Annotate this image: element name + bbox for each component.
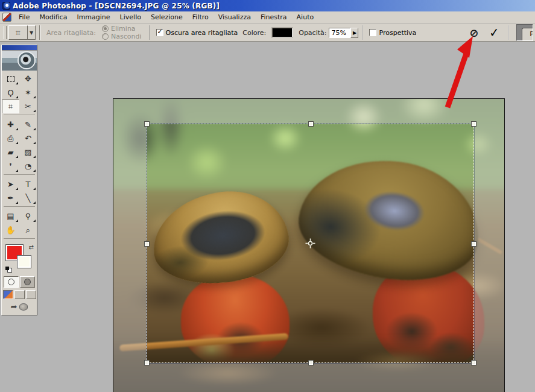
menu-visualizza[interactable]: Visualizza — [214, 12, 256, 22]
radio-elimina[interactable]: Elimina — [102, 25, 142, 33]
opacity-input[interactable] — [329, 28, 350, 38]
menu-aiuto[interactable]: Aiuto — [292, 12, 319, 22]
eraser-icon: ▰ — [8, 148, 14, 157]
crop-icon: ⌗ — [16, 28, 21, 38]
line-shape-icon: ╲ — [26, 194, 31, 203]
tool-eyedropper[interactable]: ⚲ — [19, 209, 37, 223]
tool-zoom[interactable]: ⌕ — [19, 223, 37, 237]
crop-handle-sw[interactable] — [144, 360, 150, 365]
crop-handle-e[interactable] — [471, 241, 476, 247]
separator — [39, 25, 40, 40]
tool-notes[interactable]: ▤ — [2, 209, 19, 223]
rectangular-marquee-icon — [7, 76, 14, 82]
tool-line-shape[interactable]: ╲ — [19, 191, 37, 205]
tool-crop[interactable]: ⌗ — [2, 100, 19, 113]
tool-type[interactable]: T — [19, 177, 37, 191]
background-color-swatch[interactable] — [17, 256, 31, 268]
toolbox-title-bar[interactable] — [2, 45, 37, 51]
tool-rectangular-marquee[interactable] — [2, 72, 19, 86]
crop-handle-nw[interactable] — [144, 121, 150, 127]
photoshop-window: Adobe Photoshop - [DSCN2694.JPG @ 25% (R… — [0, 0, 535, 392]
title-bar[interactable]: Adobe Photoshop - [DSCN2694.JPG @ 25% (R… — [0, 0, 535, 11]
hand-icon: ✋ — [5, 226, 15, 235]
tool-healing-brush[interactable]: ✚ — [2, 118, 19, 131]
brush-icon: ✎ — [25, 120, 31, 129]
menu-filtro[interactable]: Filtro — [188, 12, 214, 22]
tool-brush[interactable]: ✎ — [19, 118, 37, 131]
zoom-icon: ⌕ — [26, 226, 30, 235]
photoshop-app-icon — [2, 2, 10, 10]
tool-slice[interactable]: ✂ — [19, 100, 37, 113]
menu-selezione[interactable]: Selezione — [146, 12, 188, 22]
tool-pen[interactable]: ✒ — [2, 191, 19, 205]
tool-lasso[interactable]: Ϙ — [2, 86, 19, 100]
history-brush-icon: ↶ — [25, 134, 31, 143]
tool-blur[interactable]: ❜ — [2, 159, 19, 173]
menu-finestra[interactable]: Finestra — [256, 12, 292, 22]
opacity-dropdown-icon[interactable]: ▶ — [350, 28, 358, 38]
blur-icon: ❜ — [9, 162, 11, 171]
opacity-label: Opacità: — [299, 29, 326, 37]
menu-file[interactable]: File — [14, 12, 34, 22]
magic-wand-icon: ✶ — [25, 88, 31, 97]
standard-mode-button[interactable] — [4, 276, 19, 288]
crop-handle-se[interactable] — [471, 360, 476, 365]
tool-clone-stamp[interactable]: ⎙ — [2, 131, 19, 145]
tool-magic-wand[interactable]: ✶ — [19, 86, 37, 100]
swap-colors-icon[interactable]: ⇄ — [29, 244, 34, 250]
perspective-checkbox[interactable]: Prospettiva — [369, 29, 416, 37]
commit-crop-button[interactable]: ✓ — [489, 25, 500, 40]
crop-handle-ne[interactable] — [471, 121, 476, 127]
separator — [508, 25, 509, 40]
move-icon: ✥ — [25, 74, 31, 83]
quick-mask-mode-button[interactable] — [20, 276, 35, 288]
tool-gradient[interactable]: ▨ — [19, 145, 37, 159]
photoshop-eye-logo[interactable] — [2, 51, 37, 71]
path-selection-icon: ➤ — [7, 180, 14, 189]
crop-tool-preset-button[interactable]: ⌗ — [8, 25, 28, 40]
tool-move[interactable]: ✥ — [19, 72, 37, 86]
tool-group-separator — [4, 238, 35, 241]
fullscreen-mode-button[interactable] — [26, 290, 36, 299]
tool-preset-dropdown-icon[interactable]: ▼ — [28, 25, 36, 40]
options-bar-grip[interactable] — [4, 26, 7, 39]
pen-icon: ✒ — [7, 194, 14, 203]
crop-shield-left — [113, 124, 147, 363]
fullscreen-with-menu-button[interactable] — [14, 290, 25, 299]
tool-hand[interactable]: ✋ — [2, 223, 19, 237]
palette-well: PennelliLive — [516, 24, 533, 41]
tool-history-brush[interactable]: ↶ — [19, 131, 37, 145]
shield-checkbox-box[interactable] — [156, 29, 163, 36]
opacity-field: ▶ — [329, 28, 358, 38]
crop-handle-w[interactable] — [144, 241, 150, 247]
document-icon — [2, 13, 11, 22]
screen-mode-buttons — [2, 290, 37, 299]
crop-options-bar: ⌗ ▼ Area ritagliata: Elimina Nascondi Os… — [0, 24, 535, 42]
cancel-crop-button[interactable]: ⊘ — [469, 27, 478, 39]
menu-modifica[interactable]: Modifica — [34, 12, 72, 22]
default-colors-icon[interactable] — [5, 267, 12, 273]
cropped-area-label: Area ritagliata: — [46, 29, 96, 37]
imageready-icon — [19, 303, 28, 311]
crop-center-target-icon[interactable] — [305, 238, 315, 248]
document-canvas[interactable] — [113, 98, 505, 392]
standard-screen-mode-button[interactable] — [3, 290, 13, 299]
tool-path-selection[interactable]: ➤ — [2, 177, 19, 191]
menu-livello[interactable]: Livello — [115, 12, 146, 22]
palette-tab-pennelli[interactable]: Pennelli — [522, 28, 533, 40]
crop-handle-s[interactable] — [308, 360, 314, 365]
jump-to-imageready[interactable]: ➦ — [2, 302, 37, 311]
jump-arrow-icon: ➦ — [11, 302, 17, 311]
radio-nascondi[interactable]: Nascondi — [102, 33, 142, 40]
shield-checkbox-label: Oscura area ritagliata — [166, 29, 238, 37]
shield-color-swatch[interactable] — [272, 28, 293, 37]
tool-dodge[interactable]: ◔ — [19, 159, 37, 173]
healing-brush-icon: ✚ — [7, 120, 14, 129]
shield-checkbox[interactable]: Oscura area ritagliata — [156, 29, 238, 37]
perspective-checkbox-box[interactable] — [369, 29, 376, 36]
menu-immagine[interactable]: Immagine — [72, 12, 115, 22]
separator — [362, 25, 363, 40]
crop-handle-n[interactable] — [308, 121, 314, 127]
tool-eraser[interactable]: ▰ — [2, 145, 19, 159]
window-title: Adobe Photoshop - [DSCN2694.JPG @ 25% (R… — [13, 2, 220, 10]
